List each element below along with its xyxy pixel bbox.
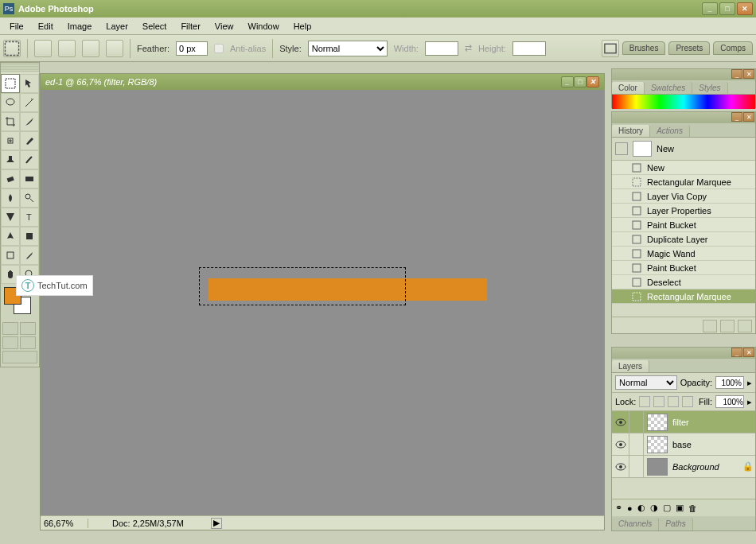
menu-file[interactable]: File bbox=[3, 20, 30, 33]
wand-tool[interactable] bbox=[20, 93, 39, 112]
adjustment-icon[interactable]: ◑ bbox=[650, 503, 658, 513]
doc-titlebar[interactable]: ed-1 @ 66,7% (filter, RGB/8) _ □ ✕ bbox=[41, 74, 604, 90]
minimize-button[interactable]: _ bbox=[702, 2, 718, 15]
close-button[interactable]: ✕ bbox=[737, 2, 753, 15]
mask-icon[interactable]: ◐ bbox=[637, 503, 645, 513]
color-spectrum[interactable] bbox=[612, 95, 755, 109]
selection-new-icon[interactable] bbox=[34, 40, 52, 57]
history-item[interactable]: Layer Properties bbox=[612, 204, 755, 218]
blend-mode-select[interactable]: Normal bbox=[615, 375, 677, 390]
panel-minimize-icon[interactable]: _ bbox=[731, 69, 742, 79]
snapshot-brush-icon[interactable] bbox=[615, 142, 628, 155]
tab-channels[interactable]: Channels bbox=[612, 518, 659, 530]
tab-swatches[interactable]: Swatches bbox=[645, 82, 692, 94]
tab-color[interactable]: Color bbox=[612, 82, 645, 94]
gradient-tool[interactable] bbox=[20, 169, 39, 188]
history-item[interactable]: Rectangular Marquee bbox=[612, 289, 755, 304]
visibility-icon[interactable] bbox=[612, 411, 629, 433]
doc-minimize-button[interactable]: _ bbox=[561, 76, 574, 87]
marquee-tool-icon[interactable] bbox=[3, 40, 21, 57]
stamp-tool[interactable] bbox=[1, 150, 20, 169]
trash-icon[interactable]: 🗑 bbox=[688, 503, 697, 513]
panel-close-icon[interactable]: ✕ bbox=[743, 348, 754, 357]
menu-select[interactable]: Select bbox=[136, 20, 173, 33]
history-item[interactable]: Paint Bucket bbox=[612, 261, 755, 275]
menu-layer[interactable]: Layer bbox=[99, 20, 134, 33]
comps-tab[interactable]: Comps bbox=[713, 41, 753, 55]
presets-tab[interactable]: Presets bbox=[668, 41, 710, 55]
pen-tool[interactable] bbox=[1, 227, 20, 246]
fx-icon[interactable]: ● bbox=[627, 503, 633, 513]
dodge-tool[interactable] bbox=[20, 188, 39, 208]
move-tool[interactable] bbox=[20, 74, 39, 93]
history-snapshot-row[interactable]: New bbox=[612, 138, 755, 161]
menu-window[interactable]: Window bbox=[242, 20, 286, 33]
folder-icon[interactable]: ▢ bbox=[663, 503, 671, 513]
lock-image-icon[interactable] bbox=[653, 396, 664, 407]
notes-tool[interactable] bbox=[1, 246, 20, 265]
history-item[interactable]: Paint Bucket bbox=[612, 218, 755, 232]
panel-minimize-icon[interactable]: _ bbox=[731, 348, 742, 357]
lock-all-icon[interactable] bbox=[682, 396, 693, 407]
eraser-tool[interactable] bbox=[1, 169, 20, 188]
doc-info[interactable]: Doc: 2,25M/3,57M bbox=[88, 519, 208, 528]
link-icon[interactable]: ⚭ bbox=[615, 503, 622, 513]
menu-image[interactable]: Image bbox=[61, 20, 99, 33]
tab-history[interactable]: History bbox=[612, 125, 650, 137]
link-cell[interactable] bbox=[629, 456, 644, 478]
tab-styles[interactable]: Styles bbox=[692, 82, 727, 94]
maximize-button[interactable]: □ bbox=[719, 2, 735, 15]
history-item[interactable]: Duplicate Layer bbox=[612, 232, 755, 247]
screenmode-standard-icon[interactable] bbox=[2, 322, 18, 335]
history-item[interactable]: Magic Wand bbox=[612, 247, 755, 261]
blur-tool[interactable] bbox=[1, 188, 20, 208]
lock-position-icon[interactable] bbox=[668, 396, 679, 407]
feather-input[interactable] bbox=[176, 41, 208, 56]
layer-item[interactable]: Background🔒 bbox=[612, 456, 755, 478]
canvas-area[interactable] bbox=[41, 90, 604, 515]
history-item[interactable]: Rectangular Marquee bbox=[612, 175, 755, 189]
selection-add-icon[interactable] bbox=[58, 40, 76, 57]
tab-paths[interactable]: Paths bbox=[659, 518, 693, 530]
chevron-icon[interactable]: ▸ bbox=[747, 397, 752, 407]
palette-well-icon[interactable] bbox=[602, 40, 619, 57]
layer-item[interactable]: base bbox=[612, 433, 755, 456]
delete-icon[interactable] bbox=[738, 320, 752, 332]
new-snapshot-icon[interactable] bbox=[720, 320, 735, 332]
fill-input[interactable] bbox=[715, 395, 744, 408]
tab-actions[interactable]: Actions bbox=[650, 125, 690, 137]
heal-tool[interactable] bbox=[1, 131, 20, 150]
path-tool[interactable] bbox=[1, 208, 20, 227]
selection-intersect-icon[interactable] bbox=[106, 40, 123, 57]
panel-minimize-icon[interactable]: _ bbox=[731, 112, 742, 122]
visibility-icon[interactable] bbox=[612, 433, 629, 456]
quickmask-icon[interactable] bbox=[2, 336, 18, 349]
style-select[interactable]: Normal bbox=[308, 41, 388, 56]
menu-edit[interactable]: Edit bbox=[32, 20, 60, 33]
zoom-display[interactable]: 66,67% bbox=[41, 519, 88, 528]
lasso-tool[interactable] bbox=[1, 93, 20, 112]
history-item[interactable]: New bbox=[612, 161, 755, 175]
panel-close-icon[interactable]: ✕ bbox=[743, 69, 754, 79]
brushes-tab[interactable]: Brushes bbox=[622, 41, 666, 55]
doc-info-menu-icon[interactable]: ▶ bbox=[211, 518, 222, 529]
chevron-icon[interactable]: ▸ bbox=[747, 378, 752, 388]
panel-close-icon[interactable]: ✕ bbox=[743, 112, 754, 122]
doc-maximize-button[interactable]: □ bbox=[574, 76, 586, 87]
opacity-input[interactable] bbox=[715, 376, 744, 389]
tab-layers[interactable]: Layers bbox=[612, 360, 649, 372]
visibility-icon[interactable] bbox=[612, 456, 629, 478]
lock-transparent-icon[interactable] bbox=[639, 396, 650, 407]
menu-filter[interactable]: Filter bbox=[174, 20, 206, 33]
toolbox-handle[interactable] bbox=[1, 63, 39, 72]
shape-tool[interactable] bbox=[20, 227, 39, 246]
history-item[interactable]: Layer Via Copy bbox=[612, 189, 755, 204]
layer-item[interactable]: filter bbox=[612, 411, 755, 433]
new-layer-icon[interactable]: ▣ bbox=[676, 503, 684, 513]
brush-tool[interactable] bbox=[20, 131, 39, 150]
screenmode-full-icon[interactable] bbox=[20, 322, 36, 335]
menu-view[interactable]: View bbox=[208, 20, 240, 33]
jump-icon[interactable] bbox=[2, 351, 37, 363]
menu-help[interactable]: Help bbox=[287, 20, 318, 33]
link-cell[interactable] bbox=[629, 411, 644, 433]
